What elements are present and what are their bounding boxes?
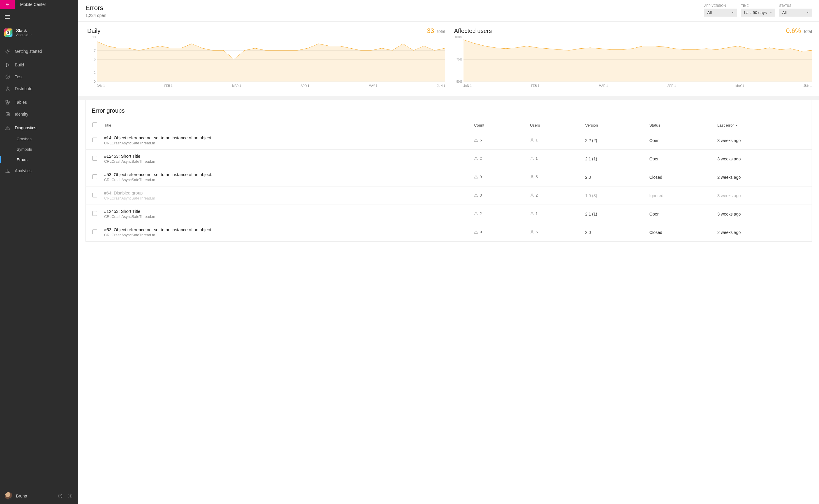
y-tick: 10	[92, 36, 95, 39]
row-users: 2	[530, 193, 538, 197]
back-button[interactable]	[0, 0, 15, 9]
chart-plot: 100%75%50%JAN 1FEB 1MAR 1APR 1MAY 1JUN 1	[454, 37, 812, 89]
user-avatar[interactable]	[5, 492, 12, 500]
col-version[interactable]: Version	[581, 119, 646, 131]
identity-icon	[5, 111, 11, 117]
user-icon	[530, 175, 534, 179]
table-row[interactable]: #53: Object reference not set to an inst…	[86, 168, 812, 186]
app-switcher[interactable]: S Slack Android	[0, 25, 78, 40]
table-row[interactable]: #64: Disabled groupCRLCrashAsyncSafeThre…	[86, 186, 812, 205]
x-tick: JAN 1	[97, 84, 105, 89]
svg-point-10	[531, 157, 533, 159]
row-count: 5	[474, 138, 482, 142]
app-platform: Android	[16, 33, 32, 37]
row-version: 2.0	[581, 223, 646, 242]
chart-plot: 107520JAN 1FEB 1MAR 1APR 1MAY 1JUN 1	[87, 37, 445, 89]
panel-title: Error groups	[86, 106, 812, 119]
table-row[interactable]: #53: Object reference not set to an inst…	[86, 223, 812, 242]
col-status[interactable]: Status	[646, 119, 714, 131]
x-tick: MAR 1	[232, 84, 241, 89]
x-tick: APR 1	[667, 84, 676, 89]
svg-point-9	[531, 139, 533, 140]
app-logo-icon: S	[4, 28, 12, 37]
col-users[interactable]: Users	[526, 119, 581, 131]
row-count: 2	[474, 211, 482, 216]
select-all-checkbox[interactable]	[92, 122, 97, 127]
row-version: 2.1 (1)	[581, 205, 646, 223]
app-version-select[interactable]: All	[704, 9, 737, 17]
chevron-down-icon	[769, 10, 773, 15]
y-tick: 0	[94, 80, 95, 83]
filter-status: STATUS All	[779, 4, 812, 17]
row-status: Closed	[646, 168, 714, 186]
y-tick: 50%	[456, 80, 462, 83]
status-select[interactable]: All	[779, 9, 812, 17]
col-last-error[interactable]: Last error	[714, 119, 812, 131]
nav-errors[interactable]: Errors	[0, 154, 78, 165]
row-checkbox[interactable]	[92, 211, 97, 216]
svg-point-6	[7, 114, 8, 115]
sun-icon	[5, 48, 11, 54]
row-subtitle: CRLCrashAsyncSafeThread.m	[104, 160, 467, 164]
col-count[interactable]: Count	[470, 119, 526, 131]
row-count: 2	[474, 156, 482, 161]
row-version: 1.9 (8)	[581, 186, 646, 205]
row-subtitle: CRLCrashAsyncSafeThread.m	[104, 178, 467, 182]
page-subtitle: 1,234 open	[85, 13, 106, 18]
nav-tables[interactable]: Tables	[0, 96, 78, 108]
y-tick: 75%	[456, 58, 462, 61]
y-tick: 5	[94, 58, 95, 61]
warning-icon	[474, 138, 478, 142]
chart-summary-suffix: total	[437, 29, 445, 34]
nav-label: Symbols	[17, 147, 32, 151]
table-row[interactable]: #14: Object reference not set to an inst…	[86, 131, 812, 150]
chevron-down-icon	[806, 10, 810, 15]
row-status: Open	[646, 150, 714, 168]
nav-label: Test	[15, 74, 23, 79]
filter-label: APP VERSION	[704, 4, 737, 7]
sort-desc-icon	[735, 124, 738, 127]
sidebar-topbar: Mobile Center	[0, 0, 78, 9]
row-checkbox[interactable]	[92, 174, 97, 179]
user-icon	[530, 211, 534, 216]
nav-identity[interactable]: Identity	[0, 108, 78, 120]
row-subtitle: CRLCrashAsyncSafeThread.m	[104, 141, 467, 145]
svg-rect-3	[8, 101, 10, 103]
x-tick: FEB 1	[531, 84, 539, 89]
x-tick: JUN 1	[437, 84, 445, 89]
row-title: #64: Disabled group	[104, 191, 467, 195]
row-status: Open	[646, 131, 714, 150]
settings-button[interactable]	[67, 493, 74, 499]
nav-build[interactable]: Build	[0, 59, 78, 71]
nav-distribute[interactable]: Distribute	[0, 83, 78, 95]
col-title[interactable]: Title	[101, 119, 470, 131]
table-row[interactable]: #12453: Short TitleCRLCrashAsyncSafeThre…	[86, 205, 812, 223]
analytics-icon	[5, 168, 11, 174]
row-checkbox[interactable]	[92, 138, 97, 142]
svg-point-14	[531, 231, 533, 232]
x-tick: MAY 1	[369, 84, 377, 89]
menu-toggle[interactable]	[0, 9, 78, 25]
chart-summary-value: 0.6%	[786, 27, 801, 34]
y-tick: 100%	[455, 36, 462, 39]
row-checkbox[interactable]	[92, 193, 97, 197]
row-checkbox[interactable]	[92, 156, 97, 161]
select-value: Last 90 days	[744, 10, 767, 15]
row-checkbox[interactable]	[92, 229, 97, 234]
nav-diagnostics[interactable]: Diagnostics	[0, 122, 78, 134]
nav-test[interactable]: Test	[0, 71, 78, 83]
warning-icon	[474, 193, 478, 197]
row-title: #53: Object reference not set to an inst…	[104, 172, 467, 177]
help-button[interactable]	[57, 493, 63, 499]
time-select[interactable]: Last 90 days	[741, 9, 775, 17]
nav-analytics[interactable]: Analytics	[0, 165, 78, 177]
nav-getting-started[interactable]: Getting started	[0, 43, 78, 57]
brand-title: Mobile Center	[15, 2, 46, 7]
nav-symbols[interactable]: Symbols	[0, 144, 78, 154]
nav-label: Tables	[15, 100, 27, 105]
nav-crashes[interactable]: Crashes	[0, 134, 78, 144]
svg-rect-2	[6, 100, 7, 102]
row-users: 1	[530, 156, 538, 161]
table-row[interactable]: #12453: Short TitleCRLCrashAsyncSafeThre…	[86, 150, 812, 168]
user-icon	[530, 138, 534, 142]
